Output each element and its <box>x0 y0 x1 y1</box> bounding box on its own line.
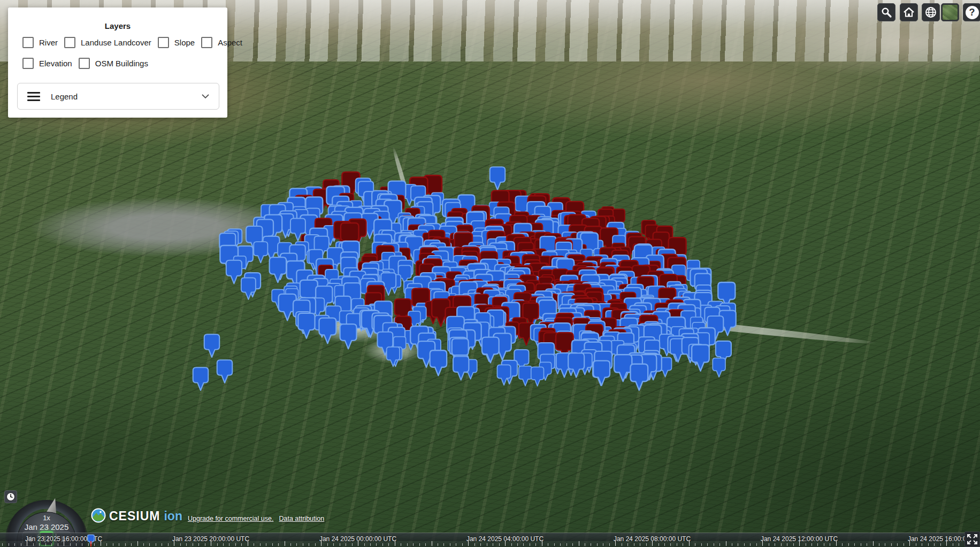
timeline-tick <box>664 543 665 546</box>
layers-panel-title: Layers <box>8 21 227 30</box>
timeline-tick <box>744 543 745 546</box>
timeline-tick <box>609 543 610 546</box>
timeline-tick <box>290 543 291 546</box>
checkbox-row: RiverLanduse LandcoverSlopeAspect <box>22 37 222 48</box>
timeline-tick <box>824 543 824 546</box>
timeline-tick <box>9 543 9 546</box>
checkbox[interactable] <box>79 58 90 69</box>
timeline-tick <box>904 543 904 546</box>
timeline-tick <box>597 543 598 546</box>
cesium-ion-text[interactable]: ion <box>164 510 182 523</box>
hamburger-icon <box>27 92 40 101</box>
layer-toggle-aspect: Aspect <box>201 37 242 48</box>
timeline-tick <box>762 541 763 546</box>
timeline-tick <box>695 543 695 546</box>
timeline-tick <box>579 541 579 546</box>
timeline-tick <box>493 543 493 546</box>
timeline-tick <box>217 543 218 546</box>
satellite-thumbnail-icon <box>943 5 958 20</box>
timeline-tick <box>438 543 438 546</box>
timeline-tick <box>413 543 414 546</box>
timeline-tick <box>873 541 874 546</box>
home-button[interactable] <box>900 3 918 21</box>
timeline-tick <box>689 541 690 546</box>
timeline-tick <box>443 543 444 546</box>
timeline-tick <box>793 543 794 546</box>
timeline-tick <box>677 543 677 546</box>
timeline-tick <box>364 543 365 546</box>
checkbox[interactable] <box>158 37 169 48</box>
timeline-tick <box>113 543 113 546</box>
timeline-tick <box>352 543 353 546</box>
base-layer-picker-button[interactable] <box>941 3 959 21</box>
timeline-tick <box>180 543 181 546</box>
timeline-tick <box>2 543 3 546</box>
timeline-tick <box>450 543 450 546</box>
timeline-tick <box>634 543 634 546</box>
help-button[interactable]: ? <box>963 3 980 21</box>
home-icon <box>903 6 915 18</box>
cesium-logo-icon[interactable] <box>91 508 106 523</box>
timeline-tick <box>303 543 303 546</box>
timeline-tick <box>168 543 169 546</box>
timeline-tick <box>14 543 15 546</box>
legend-dropdown[interactable]: Legend <box>17 83 219 110</box>
timeline-tick <box>70 543 71 546</box>
timeline-tick <box>106 543 107 546</box>
timeline-tick <box>622 543 622 546</box>
animation-speed: 1x <box>17 514 76 522</box>
cesium-brand-text[interactable]: CESIUM <box>109 510 160 523</box>
timeline-tick <box>211 541 211 546</box>
layer-toggle-slope: Slope <box>158 37 195 48</box>
timeline[interactable]: Jan 23 2025 16:00:00 UTCJan 23 2025 20:0… <box>0 533 964 547</box>
checkbox[interactable] <box>64 37 75 48</box>
timeline-tick <box>143 543 144 546</box>
timeline-tick <box>946 541 947 546</box>
timeline-tick <box>64 541 64 546</box>
upgrade-link[interactable]: Upgrade for commercial use. <box>188 515 273 522</box>
timeline-tick <box>425 543 426 546</box>
timeline-tick <box>627 543 628 546</box>
timeline-tick <box>781 543 782 546</box>
search-button[interactable] <box>877 3 895 21</box>
layer-toggle-elevation: Elevation <box>22 58 72 69</box>
timeline-tick <box>82 543 82 546</box>
timeline-tick <box>554 543 555 546</box>
checkbox-label: Landuse Landcover <box>81 38 151 47</box>
timeline-tick <box>909 541 910 546</box>
timeline-tick <box>603 543 603 546</box>
timeline-tick <box>21 543 21 546</box>
timeline-tick <box>726 541 726 546</box>
timeline-tick <box>272 543 273 546</box>
clock-button[interactable] <box>4 490 17 503</box>
timeline-tick <box>959 543 959 546</box>
scene-mode-button[interactable] <box>922 3 940 21</box>
timeline-tick <box>940 543 941 546</box>
timeline-tick <box>719 543 720 546</box>
timeline-tick <box>885 543 885 546</box>
timeline-tick <box>27 541 27 546</box>
timeline-tick <box>842 543 843 546</box>
timeline-tick <box>480 543 481 546</box>
timeline-tick <box>474 543 475 546</box>
timeline-tick <box>854 543 855 546</box>
data-attribution-link[interactable]: Data attribution <box>279 515 324 522</box>
legend-label: Legend <box>51 92 78 101</box>
timeline-tick <box>806 543 806 546</box>
timeline-tick <box>848 543 849 546</box>
timeline-tick <box>891 543 892 546</box>
timeline-tick <box>462 543 463 546</box>
layer-toggle-landuse-landcover: Landuse Landcover <box>64 37 151 48</box>
timeline-tick <box>615 541 616 546</box>
timeline-tick <box>738 543 738 546</box>
fullscreen-button[interactable] <box>964 531 980 547</box>
checkbox[interactable] <box>22 37 34 48</box>
timeline-tick <box>456 543 456 546</box>
timeline-tick <box>683 543 683 546</box>
checkbox[interactable] <box>22 58 34 69</box>
animation-date: Jan 23 2025 <box>17 522 76 531</box>
checkbox[interactable] <box>201 37 212 48</box>
globe-icon <box>924 6 937 19</box>
timeline-tick <box>505 541 506 546</box>
timeline-tick <box>382 543 383 546</box>
